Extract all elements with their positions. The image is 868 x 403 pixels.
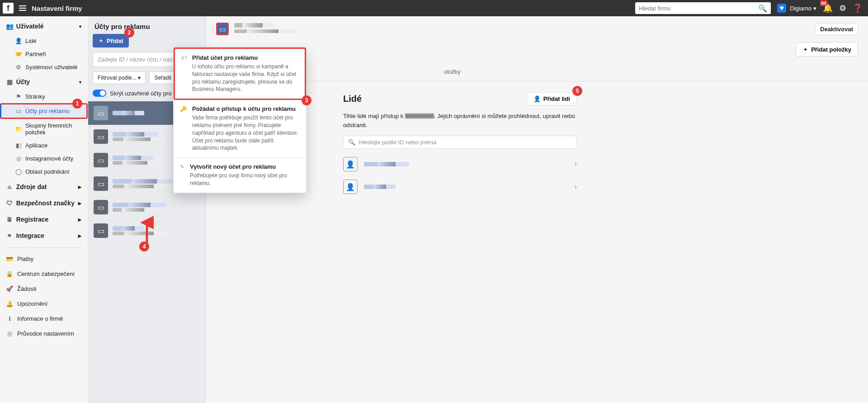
help-icon[interactable]: ❓ bbox=[853, 3, 863, 13]
chevron-down-icon: ▾ bbox=[813, 5, 816, 12]
page-title: Nastavení firmy bbox=[32, 5, 82, 12]
nav-item-brand-safety[interactable]: 🛡 Bezpečnost značky▸ bbox=[0, 195, 88, 211]
search-icon: 🔍 bbox=[348, 139, 355, 146]
facebook-logo-icon[interactable]: f bbox=[3, 3, 14, 14]
add-dropdown: 🏷 Přidat účet pro reklamu U tohoto účtu … bbox=[173, 47, 307, 193]
person-row[interactable]: 👤 › bbox=[343, 157, 577, 171]
annotation-4: 4 bbox=[139, 242, 149, 251]
nav-section-accounts[interactable]: ▦ Účty ▾ bbox=[0, 74, 88, 90]
nav-item-security-center[interactable]: 🔒Centrum zabezpečení bbox=[0, 266, 88, 281]
nav-section-label: Účty bbox=[16, 78, 30, 85]
key-icon: 🔑 bbox=[180, 105, 187, 152]
plus-icon: ＋ bbox=[802, 45, 808, 53]
nav-item-business-asset-groups[interactable]: 📁Skupiny firemních položek bbox=[0, 119, 88, 139]
briefcase-icon: ▦ bbox=[6, 78, 13, 85]
nav-section-label: Uživatelé bbox=[16, 23, 44, 30]
chevron-down-icon: ▾ bbox=[79, 80, 81, 85]
chevron-down-icon: ▾ bbox=[79, 24, 81, 29]
person-plus-icon: 👤 bbox=[533, 95, 541, 102]
nav-item-registrations[interactable]: 🗎 Registrace▸ bbox=[0, 211, 88, 228]
avatar-icon: 👤 bbox=[343, 157, 358, 171]
flag-icon: ⚑ bbox=[15, 93, 22, 100]
search-icon: 🔍 bbox=[758, 4, 767, 13]
nav-item-partners[interactable]: 🤝Partneři bbox=[0, 47, 88, 61]
selected-account-icon: ▭ bbox=[216, 23, 229, 35]
annotation-5: 5 bbox=[572, 86, 582, 96]
handshake-icon: 🤝 bbox=[15, 51, 22, 57]
app-icon: ◧ bbox=[15, 142, 22, 149]
side-nav: 👥 Uživatelé ▾ 👤Lidé 🤝Partneři ⚙Systémoví… bbox=[0, 16, 88, 403]
avatar-icon: 👤 bbox=[343, 180, 358, 194]
gear-icon: ⚙ bbox=[15, 64, 22, 71]
nav-item-setup-guide[interactable]: ◎Průvodce nastavením bbox=[0, 326, 88, 341]
top-bar: f Nastavení firmy 🔍 ♥ Digiamo▾ 94 🔔 ⚙ ❓ bbox=[0, 0, 868, 16]
nav-item-requests[interactable]: 🚀Žádosti bbox=[0, 281, 88, 296]
accounts-column: Účty pro reklamu ＋ Přidat 2 Zadejte ID /… bbox=[88, 16, 206, 403]
people-heading: Lidé bbox=[343, 94, 362, 104]
nav-item-business-line[interactable]: ◯Oblast podnikání bbox=[0, 165, 88, 178]
users-icon: 👥 bbox=[6, 23, 13, 30]
nav-section-users[interactable]: 👥 Uživatelé ▾ bbox=[0, 18, 88, 34]
chevron-down-icon: ▾ bbox=[138, 75, 141, 81]
filter-by-button[interactable]: Filtrovat podle... ▾ bbox=[93, 71, 146, 84]
accounts-title: Účty pro reklamu bbox=[88, 16, 206, 34]
person-icon: 👤 bbox=[15, 38, 22, 44]
globe-icon: ◯ bbox=[15, 168, 22, 175]
tab-items[interactable]: oložky bbox=[444, 64, 461, 81]
add-people-button[interactable]: 👤 Přidat lidi bbox=[527, 92, 577, 105]
account-icon: ▭ bbox=[94, 153, 108, 167]
account-icon: ▭ bbox=[94, 223, 108, 238]
menu-icon[interactable] bbox=[19, 5, 26, 11]
people-description: Tihle lidé mají přístup k . Jejich opráv… bbox=[343, 112, 577, 129]
person-row[interactable]: 👤 › bbox=[343, 180, 577, 194]
bell-icon: 🔔 bbox=[6, 300, 13, 307]
annotation-1: 1 bbox=[72, 99, 82, 109]
plus-icon: ＋ bbox=[98, 37, 104, 45]
global-search[interactable]: 🔍 bbox=[635, 2, 771, 14]
card-icon: 💳 bbox=[6, 256, 13, 262]
data-icon: ஃ bbox=[6, 183, 13, 190]
chevron-right-icon: › bbox=[575, 160, 577, 168]
account-icon: ▭ bbox=[94, 200, 108, 214]
notification-badge: 94 bbox=[820, 0, 827, 6]
add-button[interactable]: ＋ Přidat bbox=[93, 34, 129, 47]
nav-item-data-sources[interactable]: ஃ Zdroje dat▸ bbox=[0, 178, 88, 195]
account-icon: ▭ bbox=[94, 176, 108, 191]
deactivate-button[interactable]: Deaktivovat bbox=[815, 23, 858, 35]
doc-icon: 🗎 bbox=[6, 216, 13, 223]
nav-item-payments[interactable]: 💳Platby bbox=[0, 251, 88, 266]
dd-add-ad-account[interactable]: 🏷 Přidat účet pro reklamu U tohoto účtu … bbox=[174, 47, 306, 100]
pen-icon: ✎ bbox=[180, 163, 184, 187]
account-icon: ▭ bbox=[94, 106, 108, 120]
info-icon: ℹ bbox=[6, 315, 13, 322]
nav-item-integrations[interactable]: ⚭ Integrace▸ bbox=[0, 228, 88, 244]
annotation-2: 2 bbox=[124, 28, 134, 38]
hide-closed-toggle[interactable] bbox=[93, 90, 106, 97]
dd-request-access[interactable]: 🔑 Požádat o přístup k účtu pro reklamu V… bbox=[174, 100, 306, 157]
add-items-button[interactable]: ＋ Přidat položky bbox=[796, 42, 858, 57]
nav-item-alerts[interactable]: 🔔Upozornění bbox=[0, 296, 88, 311]
rocket-icon: 🚀 bbox=[6, 285, 13, 292]
account-icon: ▭ bbox=[94, 129, 108, 144]
notifications[interactable]: 94 🔔 bbox=[823, 3, 833, 13]
nav-item-system-users[interactable]: ⚙Systémoví uživatelé bbox=[0, 61, 88, 74]
folder-icon: 📁 bbox=[15, 126, 22, 133]
people-search-input[interactable]: 🔍 Hledejte podle ID nebo jména bbox=[343, 136, 577, 149]
dd-create-new[interactable]: ✎ Vytvořit nový účet pro reklamu Potřebu… bbox=[174, 157, 306, 193]
nav-item-business-info[interactable]: ℹInformace o firmě bbox=[0, 311, 88, 326]
business-badge-icon[interactable]: ♥ bbox=[777, 4, 786, 13]
ads-icon: ▭ bbox=[15, 108, 22, 114]
nav-item-instagram[interactable]: ◎Instagramové účty bbox=[0, 152, 88, 165]
shield-icon: 🛡 bbox=[6, 199, 13, 207]
account-row[interactable]: ▭ bbox=[88, 195, 206, 219]
tag-icon: 🏷 bbox=[181, 54, 187, 93]
global-search-input[interactable] bbox=[639, 5, 758, 12]
instagram-icon: ◎ bbox=[15, 155, 22, 162]
account-switcher[interactable]: Digiamo▾ bbox=[790, 5, 816, 12]
nav-item-apps[interactable]: ◧Aplikace bbox=[0, 139, 88, 152]
link-icon: ⚭ bbox=[6, 232, 13, 239]
settings-icon[interactable]: ⚙ bbox=[839, 3, 846, 13]
lock-icon: 🔒 bbox=[6, 270, 13, 277]
nav-item-people[interactable]: 👤Lidé bbox=[0, 34, 88, 47]
chevron-right-icon: › bbox=[575, 183, 577, 191]
